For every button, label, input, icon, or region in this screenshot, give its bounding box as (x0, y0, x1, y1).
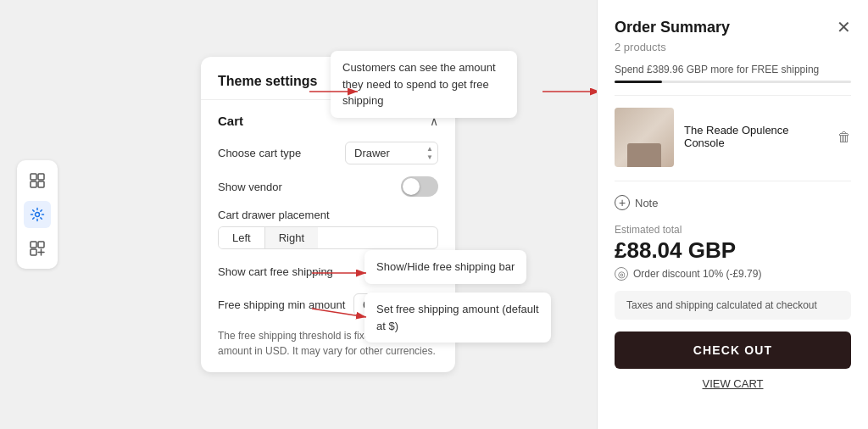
note-plus-icon: + (615, 195, 630, 210)
cart-product: The Reade Opulence Console 🗑 (615, 108, 851, 181)
show-vendor-control (401, 176, 438, 197)
cart-type-select-wrapper: Drawer Page Sidebar ▲ ▼ (345, 142, 438, 164)
discount-row: ◎ Order discount 10% (-£9.79) (615, 267, 851, 281)
annotation-bottom-text: Set free shipping amount (default at $) (376, 303, 539, 332)
product-image (615, 108, 674, 167)
delete-product-icon[interactable]: 🗑 (837, 130, 851, 145)
svg-rect-7 (31, 249, 36, 255)
left-area: Theme settings Cart ∧ Choose cart type D… (0, 0, 597, 429)
shipping-progress-fill (615, 81, 662, 83)
cart-placement-label: Cart drawer placement (218, 209, 438, 221)
sidebar (17, 160, 58, 269)
product-image-inner (615, 108, 674, 167)
estimated-section: Estimated total £88.04 GBP ◎ Order disco… (615, 224, 851, 281)
shipping-bar-container: Spend £389.96 GBP more for FREE shipping (615, 64, 851, 96)
product-name: The Reade Opulence Console (684, 124, 827, 149)
placement-right-btn[interactable]: Right (265, 227, 318, 248)
cart-panel: Order Summary ✕ 2 products Spend £389.96… (597, 0, 868, 429)
svg-rect-1 (38, 174, 44, 180)
svg-point-4 (36, 213, 40, 217)
cart-placement-group: Left Right (218, 226, 438, 249)
product-details: The Reade Opulence Console (684, 124, 827, 151)
show-vendor-row: Show vendor (218, 176, 438, 197)
product-image-shape (627, 143, 661, 167)
svg-rect-0 (31, 174, 36, 180)
annotation-bottom: Set free shipping amount (default at $) (364, 292, 551, 343)
cart-title: Order Summary (615, 19, 730, 36)
estimated-label: Estimated total (615, 224, 851, 236)
svg-rect-6 (38, 242, 44, 248)
cart-header: Order Summary ✕ (615, 17, 851, 37)
cart-type-control: Drawer Page Sidebar ▲ ▼ (345, 142, 438, 164)
tax-notice: Taxes and shipping calculated at checkou… (615, 291, 851, 320)
placement-left-btn[interactable]: Left (219, 227, 265, 248)
note-button[interactable]: + Note (615, 195, 851, 210)
svg-rect-2 (31, 181, 36, 187)
main-area: Theme settings Cart ∧ Choose cart type D… (0, 0, 868, 429)
cart-placement-row: Cart drawer placement Left Right (218, 209, 438, 249)
discount-text: Order discount 10% (-£9.79) (633, 268, 761, 280)
show-vendor-knob (403, 178, 420, 195)
show-vendor-label: Show vendor (218, 181, 401, 193)
estimated-amount: £88.04 GBP (615, 237, 851, 264)
note-label: Note (635, 197, 658, 209)
sidebar-icon-grid[interactable] (24, 167, 51, 194)
cart-subtitle: 2 products (615, 41, 851, 53)
annotation-mid-text: Show/Hide free shipping bar (376, 260, 515, 273)
svg-rect-3 (38, 181, 44, 187)
show-vendor-toggle[interactable] (401, 176, 438, 197)
svg-rect-5 (31, 242, 36, 248)
discount-icon: ◎ (615, 267, 628, 281)
annotation-mid: Show/Hide free shipping bar (364, 250, 526, 284)
view-cart-link[interactable]: VIEW CART (615, 377, 851, 390)
panel-title: Theme settings (218, 74, 317, 88)
shipping-progress (615, 81, 851, 83)
annotation-top-text: Customers can see the amount they need t… (342, 61, 496, 107)
annotation-top: Customers can see the amount they need t… (331, 51, 517, 118)
cart-close-icon[interactable]: ✕ (837, 17, 851, 37)
free-shipping-amount-label: Free shipping min amount (218, 298, 353, 311)
shipping-bar-text: Spend £389.96 GBP more for FREE shipping (615, 64, 851, 75)
section-title: Cart (218, 114, 243, 128)
sidebar-icon-gear[interactable] (24, 201, 51, 228)
cart-type-row: Choose cart type Drawer Page Sidebar ▲ ▼ (218, 142, 438, 164)
sidebar-icon-apps[interactable] (24, 235, 51, 262)
cart-type-label: Choose cart type (218, 147, 345, 159)
cart-type-select[interactable]: Drawer Page Sidebar (345, 142, 438, 164)
checkout-button[interactable]: CHECK OUT (615, 332, 851, 369)
